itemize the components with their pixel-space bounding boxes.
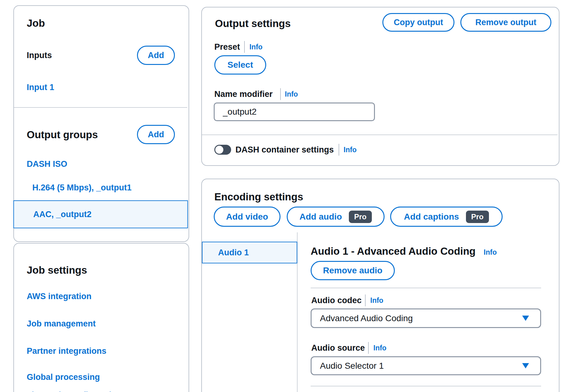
add-captions-button[interactable]: Add captions Pro bbox=[390, 207, 503, 227]
name-modifier-label: Name modifier bbox=[214, 89, 273, 100]
remove-output-button[interactable]: Remove output bbox=[460, 13, 551, 32]
audio-source-select-value: Audio Selector 1 bbox=[320, 361, 384, 371]
preset-select-button-label: Select bbox=[227, 60, 253, 70]
remove-output-button-label: Remove output bbox=[475, 18, 536, 27]
add-captions-button-label: Add captions bbox=[404, 212, 459, 222]
add-video-button[interactable]: Add video bbox=[214, 207, 280, 227]
preset-info-link[interactable]: Info bbox=[249, 42, 262, 52]
audio-codec-info-link[interactable]: Info bbox=[370, 295, 383, 305]
audio-source-label-separator bbox=[368, 342, 369, 354]
audio-codec-label: Audio codec bbox=[311, 295, 362, 306]
sidebar-divider bbox=[14, 107, 187, 108]
dash-container-label-separator bbox=[339, 144, 339, 156]
audio-source-label: Audio source bbox=[311, 342, 365, 353]
audio-source-select[interactable]: Audio Selector 1 bbox=[311, 356, 541, 375]
name-modifier-input[interactable] bbox=[214, 103, 375, 121]
copy-output-button-label: Copy output bbox=[394, 18, 443, 27]
job-panel-title: Job bbox=[27, 17, 45, 30]
audio-panel-heading-row: Audio 1 - Advanced Audio Coding Info bbox=[311, 245, 497, 258]
inputs-section-label: Inputs bbox=[27, 49, 52, 62]
encoding-settings-title: Encoding settings bbox=[214, 191, 303, 203]
add-video-button-label: Add video bbox=[226, 212, 268, 222]
output-settings-divider bbox=[202, 134, 558, 135]
add-audio-pro-badge: Pro bbox=[349, 211, 372, 223]
caret-down-icon bbox=[522, 363, 529, 368]
audio-panel-heading: Audio 1 - Advanced Audio Coding bbox=[311, 245, 476, 257]
name-modifier-info-link[interactable]: Info bbox=[285, 89, 298, 99]
preset-select-button[interactable]: Select bbox=[214, 55, 266, 75]
sidebar-item-global-processing[interactable]: Global processing bbox=[27, 371, 100, 383]
add-audio-button[interactable]: Add audio Pro bbox=[287, 207, 385, 227]
tab-audio-1[interactable]: Audio 1 bbox=[202, 242, 297, 263]
preset-label: Preset bbox=[214, 41, 240, 52]
add-output-group-button-label: Add bbox=[148, 130, 164, 139]
output-settings-title: Output settings bbox=[215, 17, 291, 30]
toggle-knob-icon bbox=[215, 146, 223, 154]
audio-codec-label-separator bbox=[365, 294, 366, 306]
dash-container-settings-label: DASH container settings bbox=[235, 144, 334, 155]
caret-down-icon bbox=[522, 316, 529, 321]
sidebar-item-output1[interactable]: H.264 (5 Mbps), _output1 bbox=[32, 182, 132, 193]
copy-output-button[interactable]: Copy output bbox=[382, 13, 454, 32]
sidebar-item-job-management[interactable]: Job management bbox=[27, 318, 96, 329]
audio-panel-divider-bottom bbox=[311, 386, 541, 386]
audio-codec-select-value: Advanced Audio Coding bbox=[320, 313, 413, 323]
add-input-button[interactable]: Add bbox=[137, 46, 175, 65]
add-captions-pro-badge: Pro bbox=[466, 211, 489, 223]
sidebar-item-dash-iso[interactable]: DASH ISO bbox=[27, 158, 67, 170]
sidebar-item-partner-integrations[interactable]: Partner integrations bbox=[27, 345, 107, 357]
output-groups-section-label: Output groups bbox=[27, 129, 98, 141]
dash-container-toggle[interactable] bbox=[214, 145, 231, 155]
audio-codec-select[interactable]: Advanced Audio Coding bbox=[311, 308, 541, 328]
remove-audio-button[interactable]: Remove audio bbox=[311, 261, 395, 280]
sidebar-item-output2-label[interactable]: AAC, _output2 bbox=[33, 209, 91, 220]
sidebar-item-timecode-configuration[interactable]: Timecode configuration bbox=[27, 390, 122, 392]
audio-source-info-link[interactable]: Info bbox=[373, 343, 386, 353]
sidebar-item-aws-integration[interactable]: AWS integration bbox=[27, 291, 92, 302]
dash-container-info-link[interactable]: Info bbox=[344, 145, 357, 155]
preset-label-separator bbox=[244, 41, 245, 53]
add-audio-button-label: Add audio bbox=[299, 212, 342, 222]
tab-audio-1-label: Audio 1 bbox=[218, 248, 249, 258]
mediaconvert-job-editor: Job Inputs Add Input 1 Output groups Add… bbox=[0, 0, 561, 392]
sidebar-item-input-1[interactable]: Input 1 bbox=[27, 82, 54, 93]
add-input-button-label: Add bbox=[148, 51, 164, 60]
job-settings-section-label: Job settings bbox=[27, 264, 87, 276]
audio-panel-info-link[interactable]: Info bbox=[484, 246, 497, 257]
remove-audio-button-label: Remove audio bbox=[323, 266, 382, 276]
add-output-group-button[interactable]: Add bbox=[137, 125, 175, 144]
name-modifier-label-separator bbox=[280, 88, 281, 100]
audio-panel-divider-top bbox=[311, 288, 541, 288]
